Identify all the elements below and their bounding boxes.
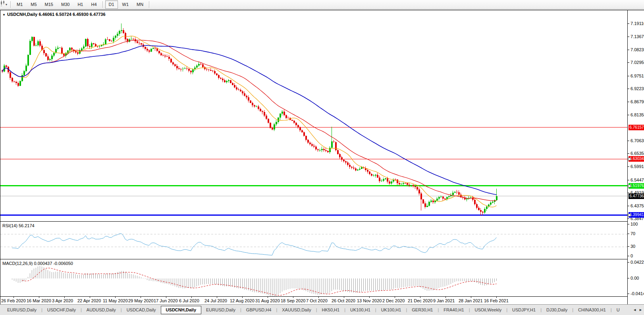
- tab-scroll-buttons: ◄ ►: [633, 305, 643, 315]
- date-label: 21 Dec 2020: [408, 298, 432, 303]
- line-handle[interactable]: [628, 214, 631, 216]
- chart-title: ▼USDCNH,Daily 6.46061 6.50724 6.45930 6.…: [2, 12, 106, 17]
- price-axis[interactable]: 7.191107.136707.082307.029506.975106.922…: [627, 10, 644, 304]
- chart-tab-china300[interactable]: CHINA300,H1: [573, 306, 611, 314]
- date-label: 3 Apr 2020: [52, 298, 73, 303]
- hline-price-label[interactable]: 6.63034: [629, 156, 644, 162]
- macd-tick-label: 0.00: [631, 276, 639, 281]
- timeframe-button-m30[interactable]: M30: [58, 0, 73, 9]
- toolbar: ▾ M1M5M15M30H1H4D1W1MN: [0, 0, 644, 10]
- date-label: 26 Feb 2020: [1, 298, 26, 303]
- rsi-tick-label: 70: [631, 231, 635, 236]
- timeframe-button-w1[interactable]: W1: [119, 0, 133, 9]
- rsi-pane[interactable]: RSI(14) 56.2174: [0, 221, 627, 259]
- timeframe-button-mn[interactable]: MN: [133, 0, 147, 9]
- date-label: 31 Aug 2020: [255, 298, 280, 303]
- timeframe-button-m5[interactable]: M5: [27, 0, 40, 9]
- macd-tick-label: -0.04148: [631, 291, 644, 296]
- macd-pane[interactable]: MACD(12,26,9) 0.000437 -0.006050: [0, 259, 627, 296]
- chart-tab-usdcad[interactable]: USDCAD,Daily: [122, 306, 161, 314]
- rsi-label: RSI(14) 56.2174: [2, 223, 35, 228]
- price-tick-label: 6.81350: [631, 112, 644, 118]
- date-label: 7 Oct 2020: [306, 298, 328, 303]
- rsi-tick-label: 0: [631, 253, 633, 259]
- line-handle[interactable]: [628, 158, 631, 160]
- price-tick-label: 6.54470: [631, 178, 644, 183]
- scroll-right-button[interactable]: ►: [639, 308, 642, 312]
- main-chart-pane[interactable]: ▼USDCNH,Daily 6.46061 6.50724 6.45930 6.…: [0, 10, 627, 221]
- rsi-tick-label: 30: [631, 244, 635, 249]
- rsi-tick-label: 100: [631, 222, 638, 227]
- date-label: 24 Jul 2020: [204, 298, 227, 303]
- date-label: 29 May 2020: [128, 298, 154, 303]
- date-label: 2 Dec 2020: [382, 298, 405, 303]
- chart-tab-fra40[interactable]: FRA40,H1: [439, 306, 469, 314]
- price-tick-label: 7.02950: [631, 60, 644, 65]
- date-label: 28 Jan 2021: [459, 298, 483, 303]
- chart-tab-usdchf[interactable]: USDCHF,Daily: [42, 306, 81, 314]
- price-tick-label: 6.92230: [631, 86, 644, 91]
- chevron-down-icon: ▾: [6, 3, 7, 6]
- price-tick-label: 6.86790: [631, 99, 644, 104]
- chart-tab-audusd[interactable]: AUDUSD,Daily: [82, 306, 121, 314]
- line-handle[interactable]: [628, 185, 631, 187]
- hline-price-label[interactable]: 6.76157: [629, 125, 644, 130]
- price-tick-label: 6.70630: [631, 138, 644, 143]
- chart-tab-dj30[interactable]: DJ30,Daily: [542, 306, 572, 314]
- chart-type-button[interactable]: ▾: [4, 2, 8, 7]
- price-tick-label: 6.43750: [631, 203, 644, 209]
- toolbar-separator: [102, 1, 103, 8]
- chart-tabbar: EURUSD,Daily|USDCHF,Daily|AUDUSD,Daily|U…: [0, 304, 644, 315]
- price-tick-label: 6.65350: [631, 151, 644, 156]
- chart-title-text: USDCNH,Daily 6.46061 6.50724 6.45930 6.4…: [7, 12, 106, 17]
- timeframe-buttons: M1M5M15M30H1H4D1W1MN: [13, 0, 151, 9]
- macd-chart[interactable]: [0, 260, 627, 297]
- date-label: 11 May 2020: [103, 298, 128, 303]
- date-axis[interactable]: 26 Feb 202016 Mar 20203 Apr 202022 Apr 2…: [0, 296, 644, 304]
- hline-price-label[interactable]: 6.39941: [629, 212, 644, 218]
- chart-tab-uk100[interactable]: UK100,H1: [376, 306, 406, 314]
- chart-tab-eurusd[interactable]: EURUSD,Daily: [201, 306, 240, 314]
- chart-tab-uk100[interactable]: UK100,H1: [345, 306, 375, 314]
- macd-tick-label: 0.042275: [631, 260, 644, 265]
- candlestick-chart[interactable]: [0, 10, 627, 221]
- timeframe-button-h1[interactable]: H1: [74, 0, 87, 9]
- price-tick-label: 6.97510: [631, 73, 644, 79]
- date-label: 16 Feb 2021: [484, 298, 509, 303]
- chart-tab-eurusd[interactable]: EURUSD,Daily: [2, 306, 41, 314]
- timeframe-button-h4[interactable]: H4: [87, 0, 100, 9]
- toolbar-separator: [10, 1, 11, 8]
- date-label: 17 Jun 2020: [154, 298, 178, 303]
- date-label: 26 Oct 2020: [332, 298, 355, 303]
- chart-tab-hk50[interactable]: HK50,H1: [317, 306, 345, 314]
- timeframe-button-m15[interactable]: M15: [41, 0, 57, 9]
- price-tick-label: 7.08230: [631, 47, 644, 52]
- rsi-chart[interactable]: [0, 222, 627, 259]
- collapse-icon[interactable]: ▼: [2, 13, 6, 17]
- chart-tab-u[interactable]: U: [612, 306, 625, 314]
- date-label: 9 Jan 2021: [433, 298, 455, 303]
- timeframe-button-d1[interactable]: D1: [105, 0, 118, 9]
- chart-tab-usdcnh[interactable]: USDCNH,Daily: [161, 306, 201, 314]
- toolbar-separator: [149, 1, 150, 8]
- current-price-label[interactable]: 6.47736: [629, 193, 644, 199]
- date-label: 13 Nov 2020: [357, 298, 382, 303]
- date-label: 16 Mar 2020: [27, 298, 51, 303]
- scroll-left-button[interactable]: ◄: [633, 308, 636, 312]
- chart-tab-xauusd[interactable]: XAUUSD,Daily: [277, 306, 316, 314]
- chart-tab-ger30[interactable]: GER30,H1: [407, 306, 438, 314]
- timeframe-button-m1[interactable]: M1: [13, 0, 26, 9]
- chart-tabs: EURUSD,Daily|USDCHF,Daily|AUDUSD,Daily|U…: [0, 305, 632, 315]
- candlestick-chart-icon: [0, 0, 6, 6]
- date-label: 12 Aug 2020: [230, 298, 255, 303]
- chart-tab-gbpusd[interactable]: GBPUSD,H4: [241, 306, 276, 314]
- chart-tab-usdjpy[interactable]: USDJPY,H1: [507, 306, 540, 314]
- price-tick-label: 7.13670: [631, 34, 644, 39]
- date-label: 6 Jul 2020: [179, 298, 199, 303]
- chart-tab-usoil[interactable]: USOil,Weekly: [470, 306, 507, 314]
- date-label: 22 Apr 2020: [77, 298, 101, 303]
- hline-price-label[interactable]: 6.51976: [629, 183, 644, 189]
- chart-window: ▼USDCNH,Daily 6.46061 6.50724 6.45930 6.…: [0, 10, 644, 304]
- price-tick-label: 7.19110: [631, 21, 644, 26]
- date-label: 18 Sep 2020: [281, 298, 305, 303]
